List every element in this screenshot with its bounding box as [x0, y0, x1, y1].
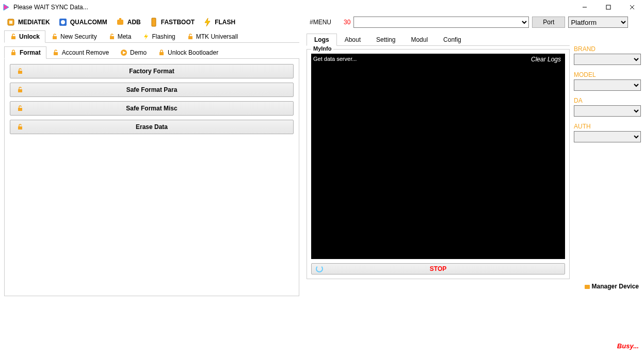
svg-rect-10 [117, 20, 123, 25]
chip-icon [6, 18, 15, 27]
unlock-icon [17, 68, 24, 75]
brand-select[interactable] [574, 54, 641, 65]
adb-tab[interactable]: ADB [114, 17, 143, 28]
subtab-format[interactable]: Format [4, 46, 46, 59]
port-button[interactable]: Port [532, 17, 565, 28]
close-button[interactable] [620, 0, 644, 14]
busy-status: Busy... [617, 342, 639, 350]
svg-rect-19 [11, 52, 15, 55]
flash-tab[interactable]: FLASH [201, 17, 237, 28]
svg-marker-13 [205, 18, 210, 26]
model-label: MODEL [574, 71, 641, 78]
svg-point-9 [61, 20, 65, 24]
erase-data-button[interactable]: Erase Data [10, 120, 294, 134]
svg-rect-25 [18, 89, 22, 92]
unlock-icon [17, 105, 24, 112]
clear-logs-link[interactable]: Clear Logs [531, 56, 561, 63]
logtab-modul[interactable]: Modul [403, 34, 436, 46]
auth-label: AUTH [574, 123, 641, 130]
svg-rect-11 [119, 18, 121, 20]
mediatek-tab[interactable]: MEDIATEK [4, 17, 52, 28]
svg-rect-28 [585, 285, 590, 289]
unlock-icon [51, 33, 58, 40]
tab-unlock[interactable]: Unlock [4, 30, 45, 43]
da-label: DA [574, 97, 641, 104]
window-title: Please WAIT SYNC Data... [13, 4, 88, 11]
menu-select[interactable] [353, 17, 529, 28]
unlock-icon [52, 49, 59, 56]
svg-rect-7 [9, 21, 12, 24]
device-icon [584, 283, 591, 291]
tab-meta[interactable]: Meta [103, 30, 137, 43]
app-icon [2, 3, 10, 11]
svg-rect-3 [606, 5, 610, 9]
logtab-about[interactable]: About [337, 34, 368, 46]
logtab-config[interactable]: Config [436, 34, 469, 46]
svg-rect-24 [18, 71, 22, 74]
lock-icon [10, 49, 17, 56]
lightning-icon [203, 18, 212, 27]
svg-rect-20 [54, 52, 58, 55]
svg-rect-15 [53, 36, 57, 39]
subtab-demo[interactable]: Demo [115, 46, 152, 59]
log-console: Get data server... Clear Logs [311, 54, 565, 259]
svg-marker-0 [4, 4, 9, 10]
unlock-icon [187, 33, 194, 40]
menu-number: 30 [344, 19, 350, 26]
svg-rect-16 [110, 36, 114, 39]
model-select[interactable] [574, 79, 641, 91]
factory-format-button[interactable]: Factory Format [10, 64, 294, 78]
unlock-icon [108, 33, 116, 40]
unlock-icon [17, 123, 24, 131]
svg-rect-18 [188, 36, 192, 39]
play-icon [120, 49, 127, 56]
menu-label: #MENU [310, 19, 331, 26]
svg-rect-26 [18, 108, 22, 111]
qualcomm-tab[interactable]: QUALCOMM [56, 17, 109, 28]
maximize-button[interactable] [597, 0, 620, 14]
da-select[interactable] [574, 105, 641, 117]
minimize-button[interactable] [573, 0, 597, 14]
logtab-setting[interactable]: Setting [368, 34, 403, 46]
spinner-icon [316, 265, 323, 272]
logtab-logs[interactable]: Logs [307, 34, 337, 46]
svg-rect-23 [159, 52, 164, 55]
qualcomm-icon [58, 18, 68, 27]
auth-select[interactable] [574, 131, 641, 142]
safe-format-para-button[interactable]: Safe Format Para [10, 83, 294, 97]
unlock-icon [10, 33, 17, 40]
manager-device-link[interactable]: Manager Device [584, 283, 639, 291]
tab-flashing[interactable]: Flashing [137, 30, 181, 43]
svg-rect-12 [152, 18, 156, 26]
log-line: Get data server... [313, 56, 563, 62]
svg-rect-27 [18, 126, 22, 130]
unlock-icon [17, 86, 24, 93]
subtab-account-remove[interactable]: Account Remove [46, 46, 115, 59]
svg-rect-14 [11, 36, 15, 39]
stop-button[interactable]: STOP [311, 263, 565, 275]
subtab-unlock-bootloader[interactable]: Unlock Bootloader [152, 46, 224, 59]
tab-mtk-universal[interactable]: MTK Universall [181, 30, 244, 43]
phone-icon [149, 18, 158, 27]
brand-label: BRAND [574, 45, 641, 53]
fastboot-tab[interactable]: FASTBOOT [147, 17, 197, 28]
platform-select[interactable]: Platform [568, 17, 628, 28]
svg-marker-17 [144, 34, 148, 40]
lock-icon [158, 49, 165, 56]
safe-format-misc-button[interactable]: Safe Format Misc [10, 101, 294, 116]
tab-new-security[interactable]: New Security [45, 30, 103, 43]
log-legend: MyInfo [311, 45, 333, 52]
adb-icon [116, 18, 125, 27]
lightning-icon [142, 33, 150, 40]
